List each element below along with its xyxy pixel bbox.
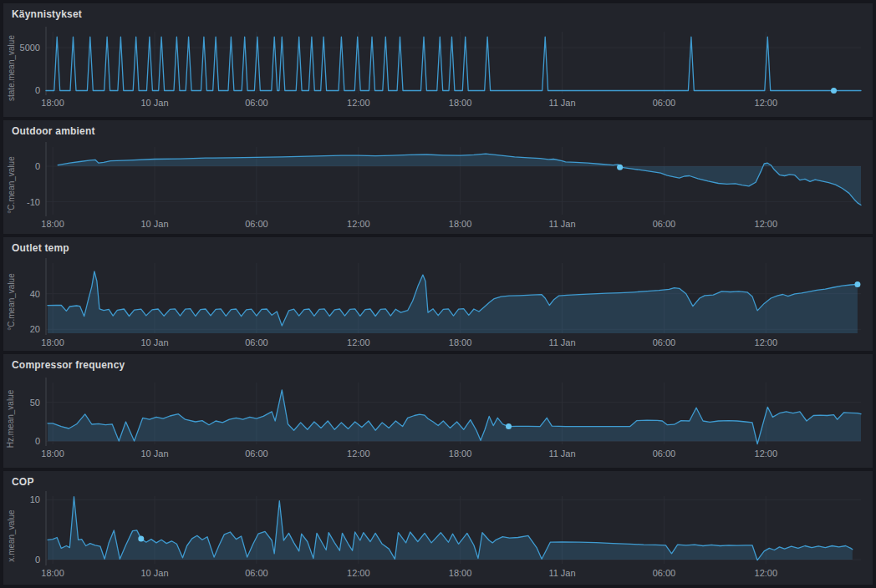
- svg-text:18:00: 18:00: [41, 219, 64, 229]
- svg-text:06:00: 06:00: [245, 568, 268, 578]
- svg-text:5000: 5000: [20, 43, 40, 53]
- time-series-chart[interactable]: 0500018:0010 Jan06:0012:0018:0011 Jan06:…: [3, 3, 873, 117]
- svg-text:10: 10: [30, 494, 40, 504]
- svg-text:06:00: 06:00: [245, 219, 268, 229]
- svg-text:06:00: 06:00: [653, 219, 676, 229]
- time-series-chart[interactable]: 0-1018:0010 Jan06:0012:0018:0011 Jan06:0…: [3, 120, 873, 234]
- svg-text:18:00: 18:00: [41, 568, 64, 578]
- svg-text:06:00: 06:00: [245, 337, 268, 347]
- panel-outlet-temp: Outlet temp °C.mean_value 204018:0010 Ja…: [3, 237, 873, 351]
- svg-text:12:00: 12:00: [347, 98, 370, 108]
- svg-text:18:00: 18:00: [449, 337, 472, 347]
- svg-text:12:00: 12:00: [755, 449, 778, 459]
- svg-text:18:00: 18:00: [41, 337, 64, 347]
- svg-text:10 Jan: 10 Jan: [140, 568, 168, 578]
- svg-text:06:00: 06:00: [653, 449, 676, 459]
- svg-text:12:00: 12:00: [755, 98, 778, 108]
- svg-text:06:00: 06:00: [245, 98, 268, 108]
- svg-text:12:00: 12:00: [755, 337, 778, 347]
- time-series-chart[interactable]: 05018:0010 Jan06:0012:0018:0011 Jan06:00…: [3, 354, 873, 468]
- svg-text:10 Jan: 10 Jan: [140, 219, 168, 229]
- svg-text:12:00: 12:00: [347, 337, 370, 347]
- svg-text:0: 0: [35, 555, 40, 565]
- svg-text:10 Jan: 10 Jan: [140, 337, 168, 347]
- time-series-chart[interactable]: 01018:0010 Jan06:0012:0018:0011 Jan06:00…: [3, 471, 873, 585]
- svg-text:12:00: 12:00: [347, 219, 370, 229]
- svg-text:10 Jan: 10 Jan: [140, 98, 168, 108]
- panel-compressor-frequency: Compressor frequency Hz.mean_value 05018…: [3, 354, 873, 468]
- svg-text:11 Jan: 11 Jan: [548, 98, 575, 108]
- svg-text:18:00: 18:00: [449, 449, 472, 459]
- svg-text:10 Jan: 10 Jan: [140, 449, 168, 459]
- svg-text:06:00: 06:00: [653, 568, 676, 578]
- svg-text:18:00: 18:00: [449, 568, 472, 578]
- svg-text:12:00: 12:00: [755, 568, 778, 578]
- svg-text:0: 0: [35, 436, 40, 446]
- svg-text:11 Jan: 11 Jan: [548, 568, 575, 578]
- svg-text:12:00: 12:00: [347, 568, 370, 578]
- svg-text:11 Jan: 11 Jan: [548, 449, 575, 459]
- svg-text:06:00: 06:00: [653, 337, 676, 347]
- svg-text:50: 50: [30, 398, 40, 408]
- panel-kaynnistykset: Käynnistykset state.mean_value 0500018:0…: [3, 3, 873, 117]
- time-series-chart[interactable]: 204018:0010 Jan06:0012:0018:0011 Jan06:0…: [3, 237, 873, 351]
- panel-outdoor-ambient: Outdoor ambient °C.mean_value 0-1018:001…: [3, 120, 873, 234]
- svg-text:0: 0: [35, 161, 40, 171]
- svg-text:12:00: 12:00: [755, 219, 778, 229]
- panel-cop: COP x.mean_value 01018:0010 Jan06:0012:0…: [3, 471, 873, 585]
- svg-text:12:00: 12:00: [347, 449, 370, 459]
- svg-text:18:00: 18:00: [449, 219, 472, 229]
- svg-text:20: 20: [30, 324, 40, 334]
- svg-text:11 Jan: 11 Jan: [548, 219, 575, 229]
- svg-text:18:00: 18:00: [41, 449, 64, 459]
- svg-text:18:00: 18:00: [449, 98, 472, 108]
- svg-text:-10: -10: [27, 197, 40, 207]
- svg-text:18:00: 18:00: [41, 98, 64, 108]
- svg-text:06:00: 06:00: [245, 449, 268, 459]
- svg-text:40: 40: [30, 289, 40, 299]
- dashboard: Käynnistykset state.mean_value 0500018:0…: [0, 0, 876, 585]
- svg-text:11 Jan: 11 Jan: [548, 337, 575, 347]
- svg-text:06:00: 06:00: [653, 98, 676, 108]
- svg-text:0: 0: [35, 85, 40, 95]
